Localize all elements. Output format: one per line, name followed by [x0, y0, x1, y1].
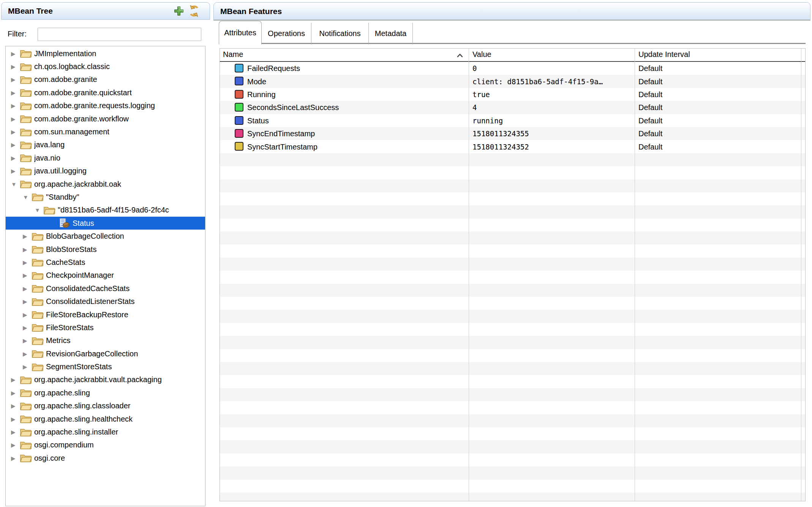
tree-item-osgi-compendium[interactable]: ▶osgi.compendium	[6, 439, 205, 452]
empty-row	[220, 297, 805, 310]
tree-item-filestorebackuprestore[interactable]: ▶FileStoreBackupRestore	[6, 308, 205, 321]
folder-icon	[20, 61, 32, 72]
chevron-right-icon[interactable]: ▶	[11, 155, 20, 161]
chevron-right-icon[interactable]: ▶	[23, 299, 32, 304]
tree-item-d8151ba6-5adf-4f15-9ad6-2fc4c[interactable]: ▼"d8151ba6-5adf-4f15-9ad6-2fc4c	[6, 204, 205, 217]
chevron-right-icon[interactable]: ▶	[11, 77, 20, 82]
tree-item-checkpointmanager[interactable]: ▶CheckpointManager	[6, 269, 205, 282]
chevron-right-icon[interactable]: ▶	[11, 403, 20, 409]
chevron-right-icon[interactable]: ▶	[11, 90, 20, 96]
tree-item-org-apache-sling-healthcheck[interactable]: ▶org.apache.sling.healthcheck	[6, 413, 205, 425]
tree-item-java-nio[interactable]: ▶java.nio	[6, 151, 205, 164]
attribute-update-interval[interactable]: Default	[638, 77, 662, 86]
attribute-update-interval[interactable]: Default	[638, 103, 662, 112]
chevron-right-icon[interactable]: ▶	[23, 272, 32, 278]
chevron-right-icon[interactable]: ▶	[11, 455, 20, 461]
chevron-right-icon[interactable]: ▶	[23, 312, 32, 318]
tree-item-org-apache-sling[interactable]: ▶org.apache.sling	[6, 386, 205, 399]
tree-item-com-adobe-granite-quickstart[interactable]: ▶com.adobe.granite.quickstart	[6, 86, 205, 99]
chevron-down-icon[interactable]: ▼	[35, 207, 43, 213]
attribute-row-syncendtimestamp[interactable]: SyncEndTimestamp1518011324355Default	[220, 127, 805, 140]
tree-item-java-util-logging[interactable]: ▶java.util.logging	[6, 165, 205, 178]
chevron-right-icon[interactable]: ▶	[23, 247, 32, 252]
empty-row	[220, 271, 805, 283]
tree-item-org-apache-sling-classloader[interactable]: ▶org.apache.sling.classloader	[6, 400, 205, 413]
chevron-right-icon[interactable]: ▶	[11, 103, 20, 109]
tree-item-consolidatedlistenerstats[interactable]: ▶ConsolidatedListenerStats	[6, 295, 205, 308]
attribute-row-secondssincelastsuccess[interactable]: SecondsSinceLastSuccess4Default	[220, 101, 805, 114]
tree-item-org-apache-jackrabbit-vault-packaging[interactable]: ▶org.apache.jackrabbit.vault.packaging	[6, 373, 205, 386]
chevron-right-icon[interactable]: ▶	[11, 390, 20, 396]
attribute-update-interval[interactable]: Default	[638, 129, 662, 138]
chevron-right-icon[interactable]: ▶	[11, 142, 20, 148]
attribute-type-icon	[235, 90, 243, 99]
tab-metadata[interactable]: Metadata	[369, 23, 413, 44]
tree-item-metrics[interactable]: ▶Metrics	[6, 334, 205, 347]
tree-item-com-sun-management[interactable]: ▶com.sun.management	[6, 125, 205, 138]
tree-item-status[interactable]: Status	[6, 217, 205, 230]
chevron-right-icon[interactable]: ▶	[23, 351, 32, 357]
tree-item-org-apache-sling-installer[interactable]: ▶org.apache.sling.installer	[6, 425, 205, 438]
tree-item-jmimplementation[interactable]: ▶JMImplementation	[6, 47, 205, 60]
tree-item-java-lang[interactable]: ▶java.lang	[6, 139, 205, 151]
attribute-value[interactable]: 1518011324352	[472, 143, 529, 151]
attribute-value[interactable]: 4	[472, 103, 477, 112]
refresh-button[interactable]	[188, 5, 201, 18]
attribute-row-failedrequests[interactable]: FailedRequests0Default	[220, 62, 805, 75]
attribute-update-interval[interactable]: Default	[638, 90, 662, 99]
attribute-value[interactable]: running	[472, 117, 503, 125]
tree-item-blobgarbagecollection[interactable]: ▶BlobGarbageCollection	[6, 230, 205, 242]
tree-item-consolidatedcachestats[interactable]: ▶ConsolidatedCacheStats	[6, 282, 205, 295]
tree-item-filestorestats[interactable]: ▶FileStoreStats	[6, 321, 205, 334]
tree-item-com-adobe-granite-requests-logging[interactable]: ▶com.adobe.granite.requests.logging	[6, 99, 205, 112]
attribute-update-interval[interactable]: Default	[638, 116, 662, 125]
tree-item-com-adobe-granite-workflow[interactable]: ▶com.adobe.granite.workflow	[6, 112, 205, 125]
attribute-row-status[interactable]: StatusrunningDefault	[220, 114, 805, 127]
attribute-update-interval[interactable]: Default	[638, 64, 662, 73]
attribute-value[interactable]: 0	[472, 64, 477, 72]
tree-item-ch-qos-logback-classic[interactable]: ▶ch.qos.logback.classic	[6, 60, 205, 73]
attribute-row-syncstarttimestamp[interactable]: SyncStartTimestamp1518011324352Default	[220, 140, 805, 153]
chevron-right-icon[interactable]: ▶	[23, 233, 32, 239]
chevron-right-icon[interactable]: ▶	[23, 325, 32, 331]
chevron-right-icon[interactable]: ▶	[11, 129, 20, 135]
column-header-name[interactable]: Name	[223, 50, 243, 59]
chevron-right-icon[interactable]: ▶	[11, 429, 20, 435]
tree-item-org-apache-jackrabbit-oak[interactable]: ▼org.apache.jackrabbit.oak	[6, 178, 205, 191]
tree-item-segmentstorestats[interactable]: ▶SegmentStoreStats	[6, 360, 205, 373]
tree-item-osgi-core[interactable]: ▶osgi.core	[6, 452, 205, 464]
chevron-right-icon[interactable]: ▶	[11, 442, 20, 448]
chevron-right-icon[interactable]: ▶	[23, 338, 32, 343]
attribute-value[interactable]: client: d8151ba6-5adf-4f15-9a…	[472, 77, 603, 86]
attribute-value[interactable]: 1518011324355	[472, 129, 529, 138]
tab-operations[interactable]: Operations	[262, 23, 311, 44]
chevron-down-icon[interactable]: ▼	[23, 194, 32, 200]
attribute-row-running[interactable]: RunningtrueDefault	[220, 88, 805, 101]
filter-input[interactable]	[38, 28, 201, 41]
attribute-row-mode[interactable]: Modeclient: d8151ba6-5adf-4f15-9a…Defaul…	[220, 75, 805, 88]
tree-item-standby[interactable]: ▼"Standby"	[6, 191, 205, 203]
add-button[interactable]	[172, 5, 185, 18]
chevron-right-icon[interactable]: ▶	[11, 168, 20, 174]
chevron-right-icon[interactable]: ▶	[23, 260, 32, 265]
tree-item-cachestats[interactable]: ▶CacheStats	[6, 256, 205, 269]
chevron-right-icon[interactable]: ▶	[23, 286, 32, 291]
column-header-value[interactable]: Value	[472, 50, 491, 59]
chevron-right-icon[interactable]: ▶	[11, 116, 20, 122]
tree-item-com-adobe-granite[interactable]: ▶com.adobe.granite	[6, 73, 205, 86]
tree-item-blobstorestats[interactable]: ▶BlobStoreStats	[6, 243, 205, 256]
chevron-right-icon[interactable]: ▶	[11, 377, 20, 383]
chevron-right-icon[interactable]: ▶	[23, 364, 32, 370]
tree-item-label: "d8151ba6-5adf-4f15-9ad6-2fc4c	[58, 206, 169, 214]
chevron-right-icon[interactable]: ▶	[11, 416, 20, 422]
attribute-value[interactable]: true	[472, 90, 490, 99]
tree-item-revisiongarbagecollection[interactable]: ▶RevisionGarbageCollection	[6, 347, 205, 360]
chevron-down-icon[interactable]: ▼	[11, 181, 20, 187]
tab-attributes[interactable]: Attributes	[219, 21, 262, 44]
tab-notifications[interactable]: Notifications	[311, 23, 369, 44]
chevron-right-icon[interactable]: ▶	[11, 64, 20, 69]
attribute-update-interval[interactable]: Default	[638, 142, 662, 151]
chevron-right-icon[interactable]: ▶	[11, 51, 20, 57]
empty-row	[220, 388, 805, 401]
column-header-update-interval[interactable]: Update Interval	[638, 50, 690, 59]
